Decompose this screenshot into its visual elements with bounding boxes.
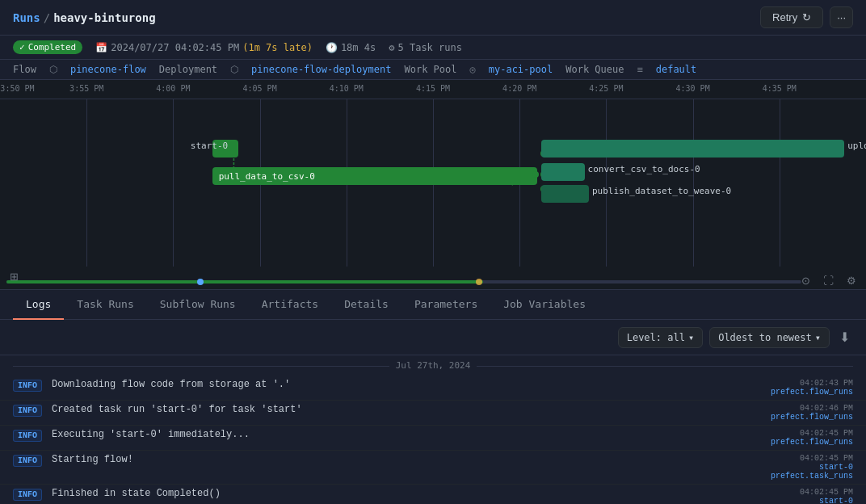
time-label-7: 4:25 PM: [589, 84, 623, 93]
time-label-9: 4:35 PM: [763, 84, 797, 93]
log-row: INFO Executing 'start-0' immediately... …: [0, 426, 866, 451]
log-level-1: INFO: [13, 405, 42, 417]
log-source-1: prefect.flow_runs: [740, 413, 853, 422]
logs-area: Level: all ▾ Oldest to newest ▾ ⬇ Jul 27…: [0, 320, 866, 504]
status-label: Completed: [28, 42, 77, 52]
deployment-link[interactable]: pinecone-flow-deployment: [251, 64, 391, 75]
log-source-0: prefect.flow_runs: [740, 388, 853, 397]
time-label-6: 4:20 PM: [502, 84, 536, 93]
tab-logs[interactable]: Logs: [13, 290, 64, 320]
flow-label: Flow: [13, 64, 36, 75]
time-label-2: 4:00 PM: [156, 84, 190, 93]
flow-link[interactable]: pinecone-flow: [70, 64, 146, 75]
task-label-convert-csv: convert_csv_to_docs-0: [588, 164, 700, 174]
level-select-chevron: ▾: [688, 332, 694, 343]
tab-job-variables[interactable]: Job Variables: [490, 290, 599, 320]
log-level-4: INFO: [13, 489, 42, 501]
date-divider-text: Jul 27th, 2024: [389, 360, 477, 371]
timeline-fit-btn[interactable]: ⊞: [6, 269, 22, 284]
meta-task-runs: ⚙ 5 Task runs: [389, 42, 462, 53]
meta-datetime: 📅 2024/07/27 04:02:45 PM (1m 7s late): [95, 42, 313, 53]
task-bar-upload-docs[interactable]: [541, 140, 844, 158]
log-meta-4: 04:02:45 PM start-0 prefect.task_runs: [740, 488, 853, 504]
tab-subflow-runs[interactable]: Subflow Runs: [147, 290, 249, 320]
log-meta-1: 04:02:46 PM prefect.flow_runs: [740, 404, 853, 422]
time-label-0: 3:50 PM: [0, 84, 34, 93]
breadcrumb-runs-link[interactable]: Runs: [13, 11, 40, 24]
retry-label: Retry: [772, 11, 797, 23]
log-source-4a: start-0: [740, 497, 853, 504]
timeline-scrubber[interactable]: [6, 280, 801, 284]
work-queue-link[interactable]: default: [656, 64, 697, 75]
timeline: 3:50 PM 3:55 PM 4:00 PM 4:05 PM 4:10 PM …: [0, 80, 866, 290]
timeline-expand-btn[interactable]: ⛶: [820, 273, 837, 288]
timeline-settings-btn[interactable]: ⚙: [843, 273, 860, 288]
breadcrumb-separator: /: [44, 11, 50, 24]
timeline-header: 3:50 PM 3:55 PM 4:00 PM 4:05 PM 4:10 PM …: [0, 80, 866, 99]
log-msg-2: Executing 'start-0' immediately...: [52, 429, 740, 440]
log-time-1: 04:02:46 PM: [740, 404, 853, 413]
tabs-bar: Logs Task Runs Subflow Runs Artifacts De…: [0, 290, 866, 320]
log-source-3b: prefect.task_runs: [740, 472, 853, 481]
deployment-icon: ⬡: [230, 64, 238, 75]
task-label-start-0: start-0: [191, 141, 228, 151]
retry-button[interactable]: Retry ↻: [760, 6, 823, 28]
links-row: Flow ⬡ pinecone-flow Deployment ⬡ pineco…: [0, 60, 866, 80]
level-select[interactable]: Level: all ▾: [618, 327, 703, 348]
scrubber-handle[interactable]: [197, 279, 204, 285]
tab-parameters[interactable]: Parameters: [401, 290, 490, 320]
log-meta-3: 04:02:45 PM start-0 prefect.task_runs: [740, 454, 853, 481]
retry-icon: ↻: [802, 11, 811, 23]
task-runs-value: 5 Task runs: [397, 42, 461, 53]
log-row: INFO Created task run 'start-0' for task…: [0, 401, 866, 426]
work-queue-label: Work Queue: [565, 64, 624, 75]
task-bar-convert-csv[interactable]: [541, 163, 585, 181]
log-level-2: INFO: [13, 430, 42, 442]
scrubber-progress: [6, 280, 483, 284]
level-select-label: Level: all: [627, 332, 685, 343]
timeline-controls: ⊙ ⛶ ⚙: [798, 273, 860, 288]
task-runs-icon: ⚙: [389, 42, 394, 53]
task-label-publish-dataset: publish_dataset_to_weave-0: [592, 186, 731, 196]
calendar-icon: 📅: [95, 42, 107, 53]
tab-task-runs[interactable]: Task Runs: [64, 290, 146, 320]
task-bar-publish-dataset[interactable]: [541, 185, 589, 203]
meta-clock: 🕐 18m 4s: [326, 42, 376, 53]
deployment-label: Deployment: [159, 64, 217, 75]
log-source-2: prefect.flow_runs: [740, 438, 853, 447]
flow-icon: ⬡: [49, 64, 57, 75]
log-row: INFO Starting flow! 04:02:45 PM start-0 …: [0, 451, 866, 485]
task-bar-label-pull-data: pull_data_to_csv-0: [219, 171, 315, 182]
breadcrumb-current: heavy-binturong: [53, 11, 155, 24]
log-msg-3: Starting flow!: [52, 454, 740, 465]
timeline-left-ctrl: ⊞: [6, 269, 22, 284]
header: Runs / heavy-binturong Retry ↻ ···: [0, 0, 866, 36]
time-label-8: 4:30 PM: [676, 84, 710, 93]
log-time-2: 04:02:45 PM: [740, 429, 853, 438]
time-label-3: 4:05 PM: [243, 84, 277, 93]
work-pool-icon: ◎: [470, 64, 476, 75]
task-bar-pull-data[interactable]: pull_data_to_csv-0: [212, 167, 537, 185]
work-queue-icon: ≡: [637, 64, 642, 75]
meta-row: ✓ Completed 📅 2024/07/27 04:02:45 PM (1m…: [0, 36, 866, 60]
log-source-3a: start-0: [740, 463, 853, 472]
order-select-chevron: ▾: [815, 332, 821, 343]
status-check-icon: ✓: [19, 42, 25, 52]
clock-icon: 🕐: [326, 42, 338, 53]
download-button[interactable]: ⬇: [836, 326, 853, 348]
log-msg-4: Finished in state Completed(): [52, 488, 740, 499]
log-time-4: 04:02:45 PM: [740, 488, 853, 497]
timeline-body: start-0 pull_data_to_csv-0 upload_docs_t…: [0, 99, 866, 290]
time-label-5: 4:15 PM: [416, 84, 450, 93]
tab-details[interactable]: Details: [331, 290, 401, 320]
tab-artifacts[interactable]: Artifacts: [249, 290, 331, 320]
more-button[interactable]: ···: [830, 6, 853, 28]
work-pool-link[interactable]: my-aci-pool: [489, 64, 553, 75]
log-time-0: 04:02:43 PM: [740, 379, 853, 388]
status-badge: ✓ Completed: [13, 40, 82, 54]
header-actions: Retry ↻ ···: [760, 6, 853, 28]
order-select[interactable]: Oldest to newest ▾: [709, 327, 830, 348]
breadcrumb: Runs / heavy-binturong: [13, 11, 156, 24]
log-meta-2: 04:02:45 PM prefect.flow_runs: [740, 429, 853, 447]
datetime-value: 2024/07/27 04:02:45 PM: [111, 42, 239, 53]
